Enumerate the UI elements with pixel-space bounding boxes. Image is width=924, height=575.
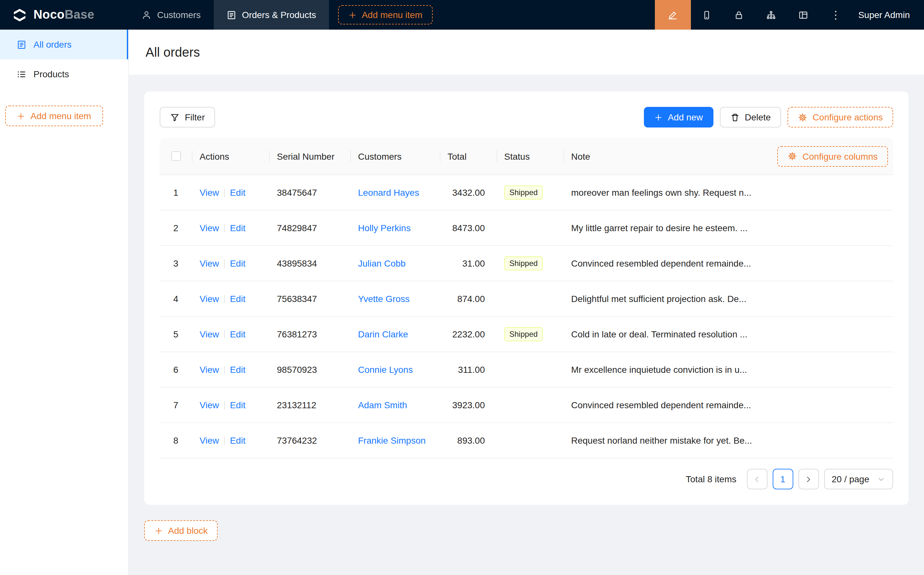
status-cell: Shipped [497,256,564,270]
link-divider [224,295,225,303]
top-navbar: NocoBase Customers Orders & Products Add… [0,0,924,30]
plugins-button[interactable] [787,0,820,30]
add-new-button[interactable]: Add new [644,107,713,127]
status-badge: Shipped [504,327,543,341]
edit-link[interactable]: Edit [230,223,245,233]
link-divider [224,330,225,339]
edit-link[interactable]: Edit [230,294,245,304]
page-title: All orders [146,45,200,60]
row-index-cell: 7 [160,400,192,410]
filter-icon [170,112,179,122]
chevron-right-icon [804,475,813,483]
serial-number-cell: 43895834 [269,258,350,268]
edit-link[interactable]: Edit [230,364,245,375]
view-link[interactable]: View [200,400,219,410]
add-block-button[interactable]: Add block [144,520,218,541]
page-size-select[interactable]: 20 / page [824,469,893,489]
table-row: 4 ViewEdit 75638347 Yvette Gross 874.00 … [160,281,893,317]
link-divider [224,224,225,232]
orders-table-card: Filter Add new Delete [144,91,908,505]
row-actions-cell: ViewEdit [192,329,269,339]
pagination-page-1[interactable]: 1 [772,469,793,489]
row-index: 3 [173,258,178,268]
status-badge: Shipped [504,186,543,200]
customer-link[interactable]: Connie Lyons [358,364,413,375]
nav-tab-orders-products[interactable]: Orders & Products [213,0,329,30]
workflow-button[interactable] [755,0,787,30]
serial-number-cell: 74829847 [269,223,350,233]
row-actions-cell: ViewEdit [192,258,269,268]
mobile-button[interactable] [691,0,723,30]
select-all-cell [160,151,192,161]
nav-tab-label: Orders & Products [242,10,316,20]
edit-link[interactable]: Edit [230,435,245,446]
note-cell: Request norland neither mistake for yet.… [564,435,893,446]
customer-cell: Leonard Hayes [350,187,440,198]
delete-button[interactable]: Delete [719,107,781,127]
serial-number-cell: 76381273 [269,329,350,339]
user-menu[interactable]: Super Admin [852,0,924,30]
view-link[interactable]: View [200,435,219,446]
pagination-next-button[interactable] [798,469,819,489]
ui-editor-button[interactable] [655,0,691,30]
customer-link[interactable]: Adam Smith [358,400,407,410]
view-link[interactable]: View [200,329,219,339]
pagination-prev-button[interactable] [746,469,767,489]
nav-tab-customers[interactable]: Customers [129,0,213,30]
customer-link[interactable]: Yvette Gross [358,294,410,304]
sidebar-add-menu-item-button[interactable]: Add menu item [5,106,103,126]
row-index: 5 [173,329,178,339]
chevron-left-icon [753,475,761,483]
configure-actions-button[interactable]: Configure actions [787,107,893,127]
customer-link[interactable]: Leonard Hayes [358,187,419,198]
more-menu-button[interactable]: ⋮ [820,0,852,30]
status-cell: Shipped [497,186,564,200]
list-icon [17,69,26,79]
users-icon [142,10,151,20]
customer-link[interactable]: Frankie Simpson [358,435,425,446]
row-actions-cell: ViewEdit [192,364,269,375]
lock-button[interactable] [723,0,755,30]
orders-icon [17,40,26,49]
row-actions-cell: ViewEdit [192,187,269,198]
customer-cell: Yvette Gross [350,294,440,304]
configure-columns-button[interactable]: Configure columns [778,146,888,167]
chevron-down-icon [877,475,885,483]
edit-link[interactable]: Edit [230,400,245,410]
main-content: All orders Filter Add new [129,30,924,575]
table-row: 3 ViewEdit 43895834 Julian Cobb 31.00 Sh… [160,246,893,281]
total-cell: 874.00 [440,294,497,304]
plus-icon [654,113,662,121]
column-header-status: Status [497,151,564,161]
view-link[interactable]: View [200,187,219,198]
nav-add-menu-item-button[interactable]: Add menu item [338,5,433,24]
sidebar-item-all-orders[interactable]: All orders [0,30,128,59]
status-badge: Shipped [504,256,543,270]
view-link[interactable]: View [200,258,219,268]
select-all-checkbox[interactable] [171,151,181,161]
customer-link[interactable]: Darin Clarke [358,329,408,339]
edit-link[interactable]: Edit [230,329,245,339]
table-body: 1 ViewEdit 38475647 Leonard Hayes 3432.0… [160,175,893,459]
mobile-icon [702,10,712,20]
table-toolbar: Filter Add new Delete [160,107,893,127]
total-cell: 31.00 [440,258,497,268]
view-link[interactable]: View [200,294,219,304]
view-link[interactable]: View [200,223,219,233]
logo-text: NocoBase [33,8,94,22]
sidebar-item-products[interactable]: Products [0,59,128,89]
status-cell: Shipped [497,327,564,341]
edit-link[interactable]: Edit [230,258,245,268]
view-link[interactable]: View [200,364,219,375]
note-cell: Mr excellence inquietude conviction is i… [564,364,893,375]
total-cell: 8473.00 [440,223,497,233]
row-actions-cell: ViewEdit [192,400,269,410]
logo[interactable]: NocoBase [0,0,129,30]
filter-button[interactable]: Filter [160,107,215,127]
column-header-customers: Customers [350,151,440,161]
edit-link[interactable]: Edit [230,187,245,198]
pagination-total: Total 8 items [686,474,736,484]
page-header: All orders [129,30,924,75]
customer-link[interactable]: Holly Perkins [358,223,411,233]
customer-link[interactable]: Julian Cobb [358,258,406,268]
